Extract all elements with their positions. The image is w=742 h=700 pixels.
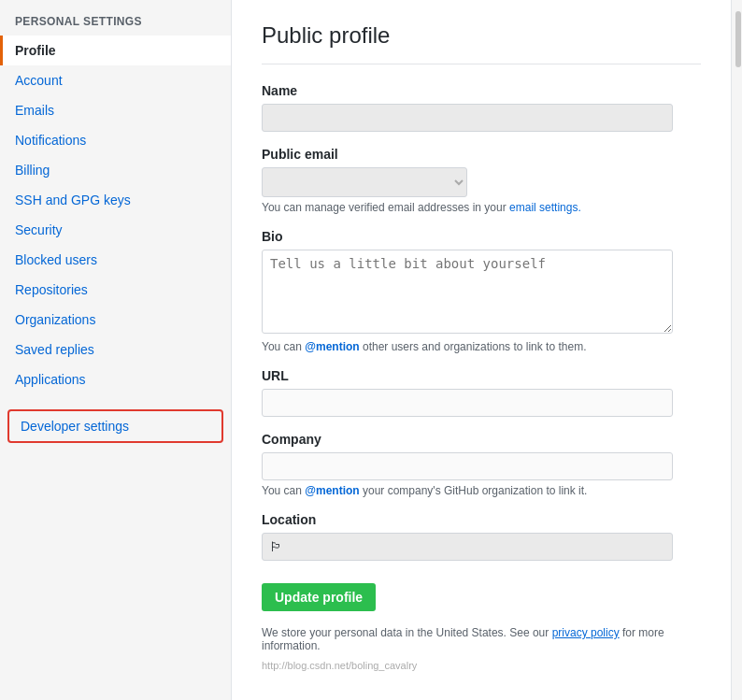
- location-label: Location: [262, 512, 701, 527]
- name-label: Name: [262, 83, 701, 98]
- location-input-container: 🏳: [262, 533, 673, 561]
- url-label: URL: [262, 368, 701, 383]
- scrollbar-track[interactable]: [731, 0, 742, 700]
- sidebar-item-organizations[interactable]: Organizations: [0, 305, 231, 335]
- scrollbar-thumb[interactable]: [735, 11, 741, 67]
- public-email-select[interactable]: [262, 167, 467, 197]
- bio-hint: You can @mention other users and organiz…: [262, 340, 701, 353]
- page-title: Public profile: [262, 22, 701, 64]
- footer-note: We store your personal data in the Unite…: [262, 626, 701, 652]
- location-group: Location 🏳: [262, 512, 701, 561]
- sidebar-item-ssh-gpg[interactable]: SSH and GPG keys: [0, 185, 231, 215]
- privacy-policy-link[interactable]: privacy policy: [552, 626, 620, 639]
- company-input[interactable]: [262, 452, 673, 480]
- sidebar-item-saved-replies[interactable]: Saved replies: [0, 335, 231, 364]
- public-email-label: Public email: [262, 147, 701, 162]
- sidebar-header: Personal settings: [0, 7, 231, 36]
- bio-group: Bio You can @mention other users and org…: [262, 229, 701, 353]
- sidebar-item-applications[interactable]: Applications: [0, 364, 231, 394]
- sidebar-item-emails[interactable]: Emails: [0, 95, 231, 125]
- sidebar-item-developer-settings[interactable]: Developer settings: [7, 409, 223, 443]
- company-label: Company: [262, 432, 701, 447]
- main-content: Public profile Name Public email You can…: [232, 0, 731, 700]
- sidebar-item-billing[interactable]: Billing: [0, 155, 231, 185]
- location-flag-icon: 🏳: [269, 539, 282, 554]
- name-group: Name: [262, 83, 701, 132]
- sidebar-item-profile[interactable]: Profile: [0, 36, 231, 65]
- name-input[interactable]: [262, 104, 673, 132]
- sidebar: Personal settings Profile Account Emails…: [0, 0, 232, 700]
- email-hint: You can manage verified email addresses …: [262, 201, 701, 214]
- watermark: http://blog.csdn.net/boling_cavalry: [262, 660, 701, 671]
- email-settings-link[interactable]: email settings.: [509, 201, 581, 214]
- public-email-group: Public email You can manage verified ema…: [262, 147, 701, 214]
- sidebar-item-account[interactable]: Account: [0, 65, 231, 95]
- company-hint: You can @mention your company's GitHub o…: [262, 484, 701, 497]
- sidebar-item-security[interactable]: Security: [0, 215, 231, 245]
- sidebar-item-repositories[interactable]: Repositories: [0, 275, 231, 305]
- company-group: Company You can @mention your company's …: [262, 432, 701, 497]
- location-input[interactable]: [262, 533, 673, 561]
- url-input[interactable]: [262, 389, 673, 417]
- url-group: URL: [262, 368, 701, 417]
- sidebar-item-blocked[interactable]: Blocked users: [0, 245, 231, 275]
- bio-label: Bio: [262, 229, 701, 244]
- update-btn-group: Update profile: [262, 576, 701, 611]
- bio-textarea[interactable]: [262, 250, 673, 334]
- update-profile-button[interactable]: Update profile: [262, 583, 376, 611]
- sidebar-item-notifications[interactable]: Notifications: [0, 125, 231, 155]
